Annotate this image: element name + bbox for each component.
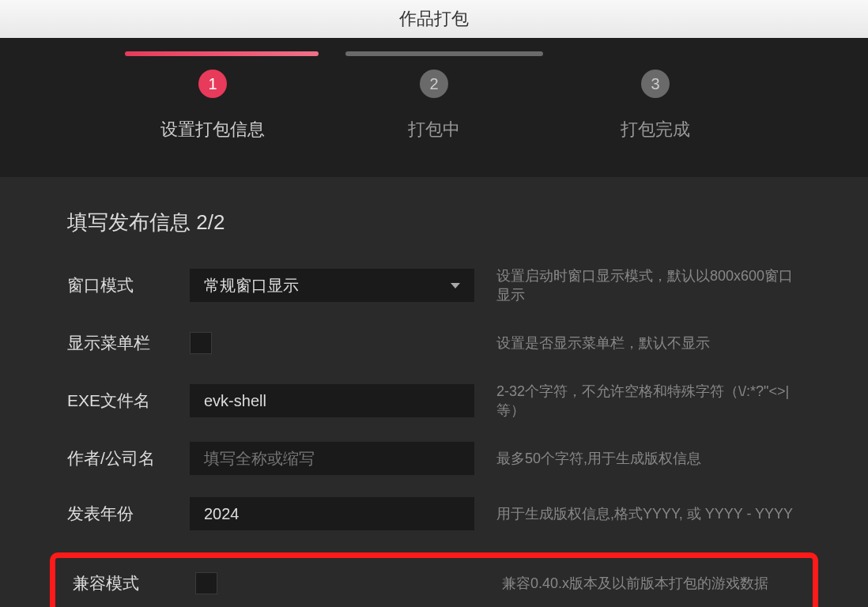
chevron-down-icon <box>451 283 460 288</box>
window-mode-value: 常规窗口显示 <box>204 275 299 296</box>
hint-author: 最多50个字符,用于生成版权信息 <box>496 449 801 468</box>
row-show-menubar: 显示菜单栏 设置是否显示菜单栏，默认不显示 <box>67 326 801 360</box>
step-label-1: 设置打包信息 <box>160 118 265 141</box>
form-content: 填写发布信息 2/2 窗口模式 常规窗口显示 设置启动时窗口显示模式，默认以80… <box>0 177 868 607</box>
label-year: 发表年份 <box>67 503 190 525</box>
step-connector-active <box>125 51 319 56</box>
show-menubar-checkbox[interactable] <box>190 332 212 354</box>
row-author: 作者/公司名 最多50个字符,用于生成版权信息 <box>67 442 801 475</box>
titlebar: 作品打包 <box>0 0 868 38</box>
window-mode-select[interactable]: 常规窗口显示 <box>190 269 474 302</box>
hint-compat-mode: 兼容0.40.x版本及以前版本打包的游戏数据 <box>502 574 813 593</box>
step-circle-1: 1 <box>198 70 227 98</box>
stepper: 1 设置打包信息 2 打包中 3 打包完成 <box>0 38 868 177</box>
step-label-2: 打包中 <box>408 118 460 141</box>
step-circle-3: 3 <box>641 70 670 98</box>
label-exe-filename: EXE文件名 <box>67 390 190 412</box>
hint-year: 用于生成版权信息,格式YYYY, 或 YYYY - YYYY <box>496 504 801 523</box>
step-3: 3 打包完成 <box>545 70 766 141</box>
step-1: 1 设置打包信息 <box>102 70 323 141</box>
author-input[interactable] <box>190 442 474 475</box>
hint-window-mode: 设置启动时窗口显示模式，默认以800x600窗口显示 <box>496 266 801 304</box>
hint-show-menubar: 设置是否显示菜单栏，默认不显示 <box>496 334 801 353</box>
step-label-3: 打包完成 <box>621 118 690 141</box>
step-2: 2 打包中 <box>323 70 545 141</box>
row-year: 发表年份 用于生成版权信息,格式YYYY, 或 YYYY - YYYY <box>67 497 801 530</box>
compat-mode-checkbox[interactable] <box>195 572 217 594</box>
year-input[interactable] <box>190 497 474 530</box>
window-title: 作品打包 <box>399 7 469 31</box>
label-show-menubar: 显示菜单栏 <box>67 332 190 354</box>
exe-filename-input[interactable] <box>190 384 474 417</box>
hint-exe-filename: 2-32个字符，不允许空格和特殊字符（\/:*?"<>|等） <box>496 382 801 420</box>
section-title: 填写发布信息 2/2 <box>67 209 801 236</box>
step-circle-2: 2 <box>420 70 448 98</box>
highlight-compat-mode: 兼容模式 兼容0.40.x版本及以前版本打包的游戏数据 <box>50 552 818 607</box>
row-window-mode: 窗口模式 常规窗口显示 设置启动时窗口显示模式，默认以800x600窗口显示 <box>67 266 801 304</box>
label-compat-mode: 兼容模式 <box>65 572 195 594</box>
step-connector-inactive <box>345 51 543 56</box>
label-window-mode: 窗口模式 <box>67 274 190 296</box>
row-exe-filename: EXE文件名 2-32个字符，不允许空格和特殊字符（\/:*?"<>|等） <box>67 382 801 420</box>
label-author: 作者/公司名 <box>67 447 190 469</box>
